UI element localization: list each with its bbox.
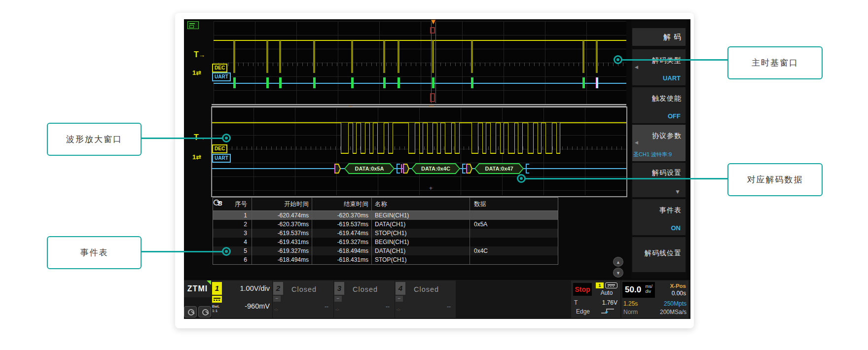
trigger-level-row: T 1.76V [574,299,617,306]
probe-label: -:- [335,307,339,312]
timebase-scale: 50.0 ms/div [622,282,655,298]
ch1-trace-high [214,40,626,41]
channel-4-status: Closed [414,285,439,293]
channel-4-block[interactable]: 4 − -:- Closed -- [395,280,456,318]
callout-dot-zoom-window [222,134,231,142]
main-center-ticks [214,63,626,66]
decode-tick [398,77,400,88]
dropdown-arrow-icon: ▼ [675,188,681,195]
stop-bit-bracket [397,164,400,174]
ch1-pulse [471,40,473,73]
ch1-pulse [432,40,434,73]
memory-depth: 250Mpts [664,300,687,307]
zoom-region-handle-top[interactable] [430,27,435,34]
channel-2-block[interactable]: 2 − -:- Closed -- [273,280,333,318]
dec-tag-main: DEC [212,64,227,72]
channel-3-badge: 3 [334,282,344,295]
trigger-position-marker[interactable]: ▼ [430,19,437,25]
coupling-none-icon: − [273,296,281,302]
ch1-pulse [233,40,235,73]
decode-bubble-3: DATA:0x47 [474,163,524,174]
zoom-region-line-right[interactable] [435,22,436,103]
zoom-region-line-left[interactable] [431,22,432,103]
menu-item-decode-settings[interactable]: 解码设置 ▼ [632,163,686,197]
page: ▼ T→ 1⇄ DEC UART ▼ ▽ DATA:0x5A DATA:0x4C [0,0,868,350]
col-data: 数据 [470,198,558,210]
table-scroll-up-button[interactable]: ▲ [613,257,623,267]
table-row[interactable]: 4-619.431ms-619.327msBEGIN(CH1) [213,238,558,246]
trigger-cross: + [429,185,433,192]
channel-1-offset: -960mV [245,302,270,310]
table-row[interactable]: 3-619.537ms-619.474msSTOP(CH1) [213,229,558,238]
uart-low-bit [490,123,496,154]
decode-bubble-2: DATA:0x4C [411,163,460,174]
channel-1-block[interactable]: 1 BwL1:1 1.00V/div -960mV [212,280,272,318]
channel-2-status: Closed [291,285,317,293]
screenshot-icon[interactable] [187,21,199,29]
callout-line [525,178,727,179]
uart-low-bit [482,123,486,154]
decode-tick [432,77,434,88]
touch-icon[interactable] [184,306,197,317]
table-row[interactable]: 1-620.474ms-620.370msBEGIN(CH1) [213,211,558,220]
callout-line [140,138,223,139]
sweep-mode: Auto [596,289,617,296]
zoom-region-handle-bottom[interactable] [430,93,435,102]
channel-4-badge: 4 [396,282,405,295]
callout-dot-decode-data [517,174,526,183]
window-separator[interactable] [212,104,626,106]
uart-tag-main: UART [212,72,231,81]
stop-bit-bracket [462,164,466,174]
dc-coupling-icon [605,282,617,288]
channel-3-offset: -- [386,303,390,310]
table-row[interactable]: 5-619.327ms-618.494msDATA(CH1)0x4C [213,246,558,255]
coupling-none-icon: − [396,296,403,302]
menu-item-protocol-params[interactable]: ◀ 协议参数 圣CH1 波特率:9 [632,125,686,161]
uart-low-bit [427,123,433,154]
xpos-label: X-Pos [670,283,686,289]
timebase-block[interactable]: 50.0 ms/div X-Pos 0.00s 1.25s 250Mpts No… [621,280,688,318]
ch1-pulse [398,40,399,73]
callout-dot-event-table [222,247,231,256]
decode-tick [233,77,236,88]
drag-icon[interactable] [198,306,211,317]
ch1-pulse [266,40,268,73]
uart-low-bit [445,123,452,154]
decode-tick [383,77,386,88]
table-row[interactable]: 6-618.494ms-618.431msSTOP(CH1) [213,255,558,264]
channel-marker-main: 1⇄ [192,69,201,76]
decode-menu: 解 码 ◀ 解码类型 UART 触发使能 OFF ◀ 协议参数 圣CH1 波特率… [631,19,687,319]
uart-low-bit [508,123,515,154]
callout-decode-data: 对应解码数据 [727,163,823,196]
uart-low-bit [408,123,415,154]
uart-low-bit [419,123,423,154]
menu-item-trigger-enable[interactable]: 触发使能 OFF [632,87,686,123]
window-length: 1.25s [623,300,638,307]
table-scroll-down-button[interactable]: ▼ [613,268,623,278]
event-table: 序号 开始时间 结束时间 名称 数据 1-620.474ms-620.370ms… [213,197,558,265]
decode-bubble-1: DATA:0x5A [344,163,395,174]
swap-icon: ⇄ [196,69,201,76]
menu-item-event-table[interactable]: 事件表 ON [632,199,686,235]
stop-bit-bracket [526,164,529,174]
uart-low-bit [341,123,349,154]
col-name: 名称 [372,198,470,210]
uart-low-bit [518,123,523,154]
menu-arrow-icon: ◀ [635,140,638,145]
table-row[interactable]: 2-620.370ms-619.537msDATA(CH1)0x5A [213,220,558,229]
rising-edge-icon [600,307,616,316]
acq-mode: Norm [623,309,638,315]
scope-screen: ▼ T→ 1⇄ DEC UART ▼ ▽ DATA:0x5A DATA:0x4C [184,19,690,319]
channel-3-block[interactable]: 3 − -:- Closed -- [334,280,395,318]
trigger-block[interactable]: Stop 1 Auto T 1.76V Edge [571,280,620,318]
uart-low-bit [545,123,552,154]
decode-tick [582,77,585,88]
menu-item-decode-type[interactable]: ◀ 解码类型 UART [632,49,686,85]
menu-item-decode-line-position[interactable]: 解码线位置 [632,237,686,272]
channel-marker-zoom: 1⇄ [192,153,201,161]
channel-1-scale: 1.00V/div [240,284,270,292]
status-bar: ZTMI 1 BwL1:1 1.00V/div -960mV 2 − -:- C… [184,279,690,319]
callout-dot-main-timebase [614,55,622,64]
brand-logo: ZTMI [184,280,211,297]
decode-tick [279,77,282,88]
